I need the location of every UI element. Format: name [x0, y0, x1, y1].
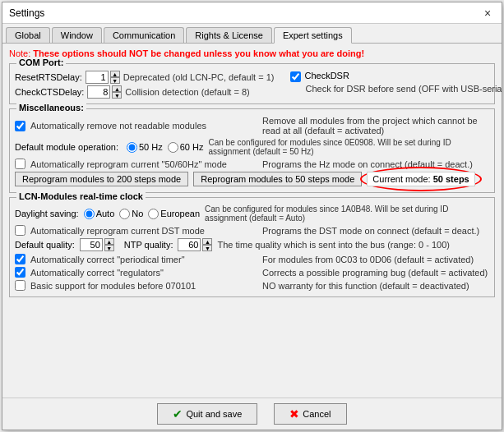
title-bar: Settings × — [2, 2, 502, 24]
rts-delay-up[interactable]: ▲ — [110, 71, 120, 77]
auto-correct-timer-row: Automatically correct "periodical timer"… — [15, 254, 489, 264]
current-mode-value: 50 steps — [433, 174, 469, 184]
daylight-auto-radio[interactable] — [84, 209, 95, 219]
cts-delay-spinner-btns: ▲ ▼ — [112, 85, 122, 99]
cts-delay-up[interactable]: ▲ — [112, 85, 122, 92]
current-mode-label: Current mode: — [372, 174, 430, 184]
tab-window[interactable]: Window — [52, 27, 102, 43]
default-quality-btns: ▲ ▼ — [104, 238, 114, 251]
miscellaneous-content: Automatically remove not readable module… — [15, 116, 489, 186]
daylight-radio-group: Auto No European — [84, 209, 200, 219]
auto-reprogram-desc: Programs the Hz mode on connect (default… — [262, 159, 489, 169]
auto-remove-desc: Remove all modules from the project whic… — [262, 116, 489, 136]
window-title: Settings — [9, 7, 44, 19]
cts-delay-input[interactable] — [87, 85, 110, 99]
auto-correct-timer-checkbox[interactable] — [15, 254, 25, 264]
com-port-right: CheckDSR Check for DSR before send (OFF … — [290, 71, 502, 94]
auto-remove-label: Automatically remove not readable module… — [30, 121, 257, 131]
lcn-group-label: LCN-Modules real-time clock — [16, 191, 146, 201]
auto-dst-label: Automatically reprogram current DST mode — [30, 226, 257, 236]
basic-support-row: Basic support for modules before 070101 … — [15, 280, 489, 291]
auto-correct-reg-row: Automatically correct "regulators" Corre… — [15, 267, 489, 278]
tab-communication[interactable]: Communication — [104, 27, 184, 43]
tab-rights-license[interactable]: Rights & License — [186, 27, 272, 43]
auto-correct-timer-desc: For modules from 0C03 to 0D06 (default =… — [262, 255, 489, 264]
btn-50-steps[interactable]: Reprogram modules to 50 steps mode — [193, 172, 362, 186]
quit-save-label: Quit and save — [186, 409, 242, 419]
daylight-label: Daylight saving: — [15, 209, 79, 218]
daylight-auto-label: Auto — [84, 209, 115, 219]
default-quality-down[interactable]: ▼ — [104, 245, 114, 251]
ntp-quality-label: NTP quality: — [124, 240, 173, 250]
steps-buttons-row: Reprogram modules to 200 steps mode Repr… — [15, 172, 489, 186]
auto-correct-reg-label: Automatically correct "regulators" — [30, 268, 257, 278]
cancel-button[interactable]: ✖ Cancel — [274, 403, 346, 425]
check-dsr-checkbox[interactable] — [290, 71, 301, 82]
rts-delay-label: ResetRTSDelay: — [15, 72, 82, 82]
auto-correct-reg-desc: Corrects a possible programing bug (defa… — [262, 268, 489, 278]
close-button[interactable]: × — [480, 6, 495, 21]
tab-expert-settings[interactable]: Expert settings — [274, 27, 352, 44]
com-port-row: ResetRTSDelay: ▲ ▼ Deprecated (old LCN-P… — [15, 71, 489, 100]
rts-delay-spinner: ▲ ▼ — [86, 71, 120, 84]
basic-support-checkbox[interactable] — [15, 280, 25, 291]
com-port-label: COM Port: — [16, 57, 66, 67]
auto-correct-reg-checkbox[interactable] — [15, 267, 25, 278]
default-quality-label: Default quality: — [15, 240, 75, 250]
cts-delay-spinner: ▲ ▼ — [87, 85, 122, 99]
default-quality-spinner: ▲ ▼ — [80, 238, 114, 251]
auto-reprogram-label: Automatically reprogram current "50/60Hz… — [30, 159, 257, 169]
rts-delay-spinner-btns: ▲ ▼ — [110, 71, 120, 84]
rts-deprecated-desc: Deprecated (old LCN-PC, default = 1) — [123, 72, 275, 82]
default-quality-input[interactable] — [80, 238, 103, 251]
miscellaneous-group: Miscellaneous: Automatically remove not … — [9, 108, 495, 193]
basic-support-desc: NO warranty for this function (default =… — [262, 281, 489, 291]
com-port-content: ResetRTSDelay: ▲ ▼ Deprecated (old LCN-P… — [15, 71, 489, 100]
settings-window: Settings × Global Window Communication R… — [2, 2, 502, 430]
com-port-left: ResetRTSDelay: ▲ ▼ Deprecated (old LCN-P… — [15, 71, 274, 100]
current-mode-box: Current mode: 50 steps — [367, 172, 474, 186]
auto-dst-row: Automatically reprogram current DST mode… — [15, 225, 489, 236]
lcn-content: Daylight saving: Auto No European — [15, 205, 489, 291]
hz50-radio[interactable] — [127, 142, 137, 153]
quality-desc: The time quality which is sent into the … — [217, 240, 489, 250]
check-dsr-row: CheckDSR — [290, 71, 502, 82]
ntp-quality-down[interactable]: ▼ — [202, 245, 212, 251]
auto-remove-row: Automatically remove not readable module… — [15, 116, 489, 136]
hz-desc: Can be configured for modules since 0E09… — [209, 138, 490, 156]
expert-settings-content: Note: These options should NOT be change… — [2, 44, 502, 398]
warning-banner: Note: These options should NOT be change… — [9, 48, 495, 58]
daylight-european-radio[interactable] — [148, 209, 159, 219]
warning-bold: These options should NOT be changed unle… — [33, 48, 364, 58]
quit-save-button[interactable]: ✔ Quit and save — [157, 403, 257, 425]
check-dsr-desc: Check for DSR before send (OFF with USB-… — [305, 84, 502, 94]
rts-delay-row: ResetRTSDelay: ▲ ▼ Deprecated (old LCN-P… — [15, 71, 274, 84]
hz50-label: 50 Hz — [127, 142, 163, 153]
default-quality-up[interactable]: ▲ — [104, 238, 114, 245]
cts-collision-desc: Collision detection (default = 8) — [125, 87, 274, 97]
rts-delay-down[interactable]: ▼ — [110, 77, 120, 84]
auto-correct-timer-label: Automatically correct "periodical timer" — [30, 255, 257, 264]
ntp-quality-spinner: ▲ ▼ — [178, 238, 212, 251]
miscellaneous-label: Miscellaneous: — [16, 103, 86, 113]
daylight-row: Daylight saving: Auto No European — [15, 205, 489, 223]
hz60-label: 60 Hz — [168, 142, 204, 153]
ntp-quality-up[interactable]: ▲ — [202, 238, 212, 245]
current-mode-highlight: Current mode: 50 steps — [367, 172, 474, 186]
hz60-radio[interactable] — [168, 142, 178, 153]
auto-remove-checkbox[interactable] — [15, 121, 25, 131]
auto-dst-checkbox[interactable] — [15, 225, 25, 236]
hz-radio-group: 50 Hz 60 Hz — [127, 142, 204, 153]
daylight-no-radio[interactable] — [119, 209, 130, 219]
checkmark-icon: ✔ — [173, 407, 183, 421]
btn-200-steps[interactable]: Reprogram modules to 200 steps mode — [15, 172, 188, 186]
tab-bar: Global Window Communication Rights & Lic… — [2, 24, 502, 44]
rts-delay-input[interactable] — [86, 71, 109, 84]
auto-reprogram-checkbox[interactable] — [15, 159, 25, 169]
cts-delay-down[interactable]: ▼ — [112, 92, 122, 99]
cancel-label: Cancel — [303, 409, 331, 419]
cross-icon: ✖ — [289, 407, 299, 421]
ntp-quality-input[interactable] — [178, 238, 201, 251]
tab-global[interactable]: Global — [6, 27, 50, 43]
auto-reprogram-row: Automatically reprogram current "50/60Hz… — [15, 159, 489, 169]
